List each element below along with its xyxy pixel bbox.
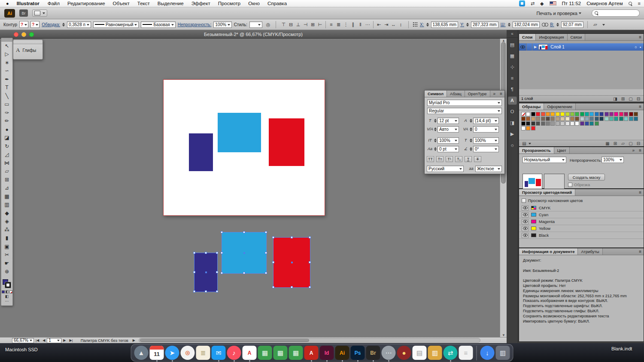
column-graph-tool[interactable]: ▮ — [1, 234, 12, 243]
plate-visibility-toggle[interactable] — [522, 233, 529, 238]
new-swatch-icon[interactable]: ▢ — [628, 141, 634, 146]
pen-tool[interactable]: ✒ — [1, 75, 12, 84]
swatch[interactable] — [575, 112, 579, 116]
pencil-tool[interactable]: ✏ — [1, 117, 12, 126]
baseline-shift-field[interactable]: 0 pt — [437, 146, 459, 152]
music-dock-icon[interactable]: ♪ — [227, 346, 241, 360]
kerning-field[interactable]: Авто — [437, 126, 459, 133]
vertical-scrollbar[interactable]: ▲ ▼ — [500, 39, 507, 337]
underline-button[interactable]: T — [465, 156, 472, 162]
selection-handle[interactable] — [193, 252, 195, 254]
swatch[interactable] — [531, 112, 535, 116]
stroke-weight-stepper[interactable] — [62, 21, 65, 28]
arrange-documents-button[interactable] — [32, 9, 47, 17]
direct-selection-tool[interactable]: ▷ — [1, 50, 12, 59]
font-size-stepper[interactable] — [434, 118, 437, 124]
stroke-style-dropdown[interactable]: Базовая — [141, 21, 175, 28]
tab-paragraph[interactable]: Абзац — [447, 90, 465, 97]
transparency-opacity-field[interactable]: 100% — [601, 157, 624, 163]
swatch[interactable] — [585, 121, 589, 126]
artwork-rectangle[interactable] — [194, 253, 217, 292]
swatch[interactable] — [565, 117, 570, 121]
swatch[interactable] — [550, 112, 555, 116]
acrobat-dock-icon[interactable]: A — [243, 346, 257, 360]
menubar-menu[interactable]: Просмотр — [214, 1, 245, 6]
artwork-rectangle[interactable] — [189, 133, 213, 171]
apps-folder-3-dock-icon[interactable]: ▦ — [289, 346, 303, 360]
zoom-window-button[interactable] — [29, 32, 34, 37]
zoom-level-dropdown[interactable]: 66,67% — [12, 338, 34, 343]
height-stepper[interactable] — [556, 21, 559, 28]
first-page-button[interactable]: |◀ — [34, 338, 41, 342]
artwork-rectangle[interactable] — [218, 113, 261, 152]
sync-app-dock-icon[interactable]: ⇄ — [444, 346, 458, 360]
paintbrush-tool[interactable]: ✑ — [1, 109, 12, 117]
color-guide-panel-icon[interactable]: ▦ — [508, 51, 517, 60]
swatch[interactable] — [609, 112, 614, 116]
panel-collapse-icon[interactable]: » — [491, 90, 498, 97]
font-style-select[interactable]: Regular — [427, 108, 502, 114]
menubar-menu[interactable]: Эффект — [188, 1, 214, 6]
app-menu-illustrator[interactable]: Illustrator — [13, 1, 43, 6]
page-number-field[interactable]: 1 — [47, 338, 61, 343]
horizontal-scrollbar[interactable] — [139, 338, 480, 343]
swatch[interactable] — [609, 117, 614, 121]
selection-handle[interactable] — [216, 290, 218, 293]
swatch[interactable] — [614, 112, 618, 116]
last-page-button[interactable]: ▶| — [67, 338, 74, 342]
apple-menu-icon[interactable]: ● — [6, 1, 9, 6]
distribute-right-button[interactable]: ⋯ — [364, 21, 371, 28]
width-label[interactable]: Ш: — [501, 22, 506, 27]
swatch[interactable] — [580, 112, 584, 116]
tab-links[interactable]: Связи — [568, 34, 586, 40]
photos-dock-icon[interactable]: ⊛ — [181, 346, 195, 360]
rotate-tool[interactable]: ↻ — [1, 142, 12, 151]
spotlight-search-icon[interactable] — [629, 2, 632, 6]
slice-tool[interactable]: ✂ — [1, 251, 12, 259]
appearance-panel-icon[interactable]: ☼ — [508, 141, 517, 149]
swatch[interactable] — [526, 117, 530, 121]
tab-opentype[interactable]: OpenType — [465, 90, 490, 97]
safari-dock-icon[interactable]: ➤ — [165, 346, 179, 360]
character-panel-icon[interactable]: A — [508, 96, 517, 105]
distribute-top-button[interactable]: ≡ — [328, 21, 335, 28]
blend-tool[interactable]: ◈ — [1, 217, 12, 226]
horizontal-scale-stepper[interactable] — [470, 137, 472, 144]
document-titlebar[interactable]: Безымянный-2* @ 66,67% (CMYK/Просмотр) — [0, 30, 507, 39]
superscript-button[interactable]: T¹ — [446, 156, 453, 162]
constrain-proportions-icon[interactable] — [542, 22, 548, 27]
selection-handle[interactable] — [193, 271, 195, 273]
align-vertical-center-button[interactable]: ⊟ — [287, 21, 295, 28]
selection-handle[interactable] — [216, 252, 218, 254]
plate-visibility-toggle[interactable] — [522, 205, 529, 211]
apps-folder-2-dock-icon[interactable]: ▦ — [273, 346, 288, 360]
swatch[interactable] — [536, 112, 540, 116]
tab-info[interactable]: Информация — [536, 34, 567, 40]
selection-handle[interactable] — [309, 261, 311, 263]
document-setup-icon[interactable]: ◎ — [264, 21, 272, 28]
panel-collapse-icon[interactable]: » — [630, 147, 637, 154]
tab-swatches[interactable]: Образцы — [519, 103, 544, 110]
swatch[interactable] — [541, 121, 545, 126]
messages-dock-icon[interactable]: ⋯ — [382, 346, 396, 360]
workspace-switcher[interactable]: Печать и проверка — [536, 11, 581, 16]
x-label[interactable]: X: — [420, 22, 424, 27]
tab-character[interactable]: Символ — [425, 90, 447, 97]
swatch[interactable] — [531, 121, 535, 126]
layer-expand-icon[interactable]: ▶ — [532, 45, 538, 49]
new-sublayer-icon[interactable]: ⊞ — [620, 97, 626, 101]
overprint-preview-checkbox[interactable]: Просмотр наложения цветов — [519, 196, 644, 205]
swatch[interactable] — [521, 126, 526, 130]
canvas-area[interactable]: ▲ ▼ — [0, 39, 507, 337]
swatch[interactable] — [634, 112, 638, 116]
mail-dock-icon[interactable]: ✉ — [212, 346, 226, 360]
distribute-spacing-vertical-button[interactable]: ⇥ — [383, 21, 390, 28]
swatch[interactable] — [521, 121, 526, 126]
swatch[interactable] — [599, 112, 604, 116]
vertical-scale-field[interactable]: 100% — [437, 137, 459, 144]
swatch[interactable] — [575, 121, 579, 126]
swatch[interactable] — [526, 112, 530, 116]
menubar-clock[interactable]: Пт 11:52 — [562, 1, 581, 6]
opentype-panel-icon[interactable]: O — [508, 107, 517, 116]
swatch[interactable] — [580, 121, 584, 126]
